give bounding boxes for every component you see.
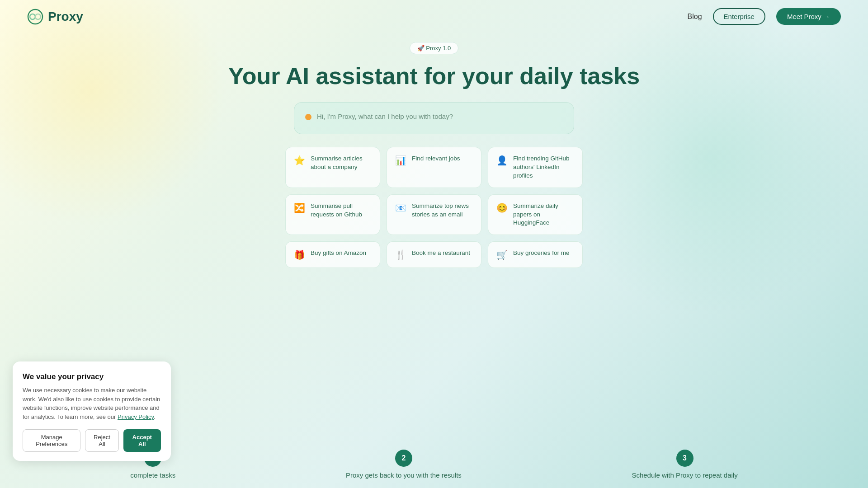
suggestion-card-7[interactable]: 🍴 Book me a restaurant (387, 241, 481, 268)
version-badge: 🚀 Proxy 1.0 (410, 42, 459, 54)
suggestion-text-2: Find trending GitHub authors' LinkedIn p… (513, 155, 574, 180)
blog-link[interactable]: Blog (688, 13, 702, 21)
privacy-policy-link[interactable]: Privacy Policy (118, 413, 154, 420)
suggestion-icon-4: 📧 (395, 202, 406, 213)
suggestion-text-0: Summarise articles about a company (311, 155, 372, 172)
suggestion-icon-5: 😊 (496, 202, 508, 213)
hero-title: Your AI assistant for your daily tasks (228, 62, 640, 89)
suggestion-text-1: Find relevant jobs (412, 155, 460, 163)
chat-dot (305, 114, 311, 120)
suggestion-text-4: Summarize top news stories as an email (412, 202, 473, 219)
suggestion-text-5: Summarize daily papers on HuggingFace (513, 202, 574, 228)
suggestion-card-0[interactable]: ⭐ Summarise articles about a company (285, 147, 380, 188)
logo-icon (27, 9, 43, 25)
suggestion-card-3[interactable]: 🔀 Summarise pull requests on Github (285, 194, 380, 235)
step-text-0: complete tasks (130, 471, 175, 479)
svg-point-2 (35, 14, 41, 19)
manage-preferences-button[interactable]: Manage Preferences (23, 429, 80, 452)
cookie-banner: We value your privacy We use necessary c… (13, 361, 171, 461)
step-text-2: Schedule with Proxy to repeat daily (632, 471, 737, 479)
suggestion-card-8[interactable]: 🛒 Buy groceries for me (488, 241, 583, 268)
suggestion-icon-6: 🎁 (294, 249, 305, 260)
suggestion-icon-1: 📊 (395, 155, 406, 166)
chat-placeholder: Hi, I'm Proxy, what can I help you with … (317, 113, 453, 120)
meet-proxy-button[interactable]: Meet Proxy → (776, 8, 841, 25)
suggestion-icon-7: 🍴 (395, 249, 406, 260)
suggestion-icon-8: 🛒 (496, 249, 508, 260)
suggestion-card-2[interactable]: 👤 Find trending GitHub authors' LinkedIn… (488, 147, 583, 188)
suggestion-card-1[interactable]: 📊 Find relevant jobs (387, 147, 481, 188)
step-number-2: 3 (676, 450, 693, 467)
svg-point-1 (30, 14, 35, 19)
logo[interactable]: Proxy (27, 9, 83, 25)
logo-text: Proxy (48, 9, 83, 24)
cookie-buttons: Manage Preferences Reject All Accept All (23, 429, 161, 452)
suggestion-text-6: Buy gifts on Amazon (311, 249, 366, 258)
step-number-1: 2 (395, 450, 412, 467)
chat-input-line: Hi, I'm Proxy, what can I help you with … (305, 113, 563, 120)
suggestion-card-6[interactable]: 🎁 Buy gifts on Amazon (285, 241, 380, 268)
suggestion-grid: ⭐ Summarise articles about a company 📊 F… (285, 147, 583, 268)
step-item-2: 3 Schedule with Proxy to repeat daily (632, 450, 737, 479)
nav-right: Blog Enterprise Meet Proxy → (688, 8, 841, 25)
step-item-1: 2 Proxy gets back to you with the result… (346, 450, 462, 479)
suggestion-text-3: Summarise pull requests on Github (311, 202, 372, 219)
navbar: Proxy Blog Enterprise Meet Proxy → (0, 0, 868, 33)
suggestion-icon-0: ⭐ (294, 155, 305, 166)
badge-text: 🚀 Proxy 1.0 (417, 45, 451, 52)
cookie-body: We use necessary cookies to make our web… (23, 386, 161, 421)
suggestion-text-8: Buy groceries for me (513, 249, 570, 258)
step-text-1: Proxy gets back to you with the results (346, 471, 462, 479)
suggestion-text-7: Book me a restaurant (412, 249, 470, 258)
accept-all-button[interactable]: Accept All (123, 429, 161, 452)
cookie-title: We value your privacy (23, 372, 161, 381)
suggestion-card-4[interactable]: 📧 Summarize top news stories as an email (387, 194, 481, 235)
suggestion-icon-2: 👤 (496, 155, 508, 166)
suggestion-icon-3: 🔀 (294, 202, 305, 213)
suggestion-card-5[interactable]: 😊 Summarize daily papers on HuggingFace (488, 194, 583, 235)
chat-box[interactable]: Hi, I'm Proxy, what can I help you with … (294, 102, 574, 134)
enterprise-button[interactable]: Enterprise (713, 8, 765, 25)
hero-section: 🚀 Proxy 1.0 Your AI assistant for your d… (0, 33, 868, 268)
reject-all-button[interactable]: Reject All (85, 429, 118, 452)
